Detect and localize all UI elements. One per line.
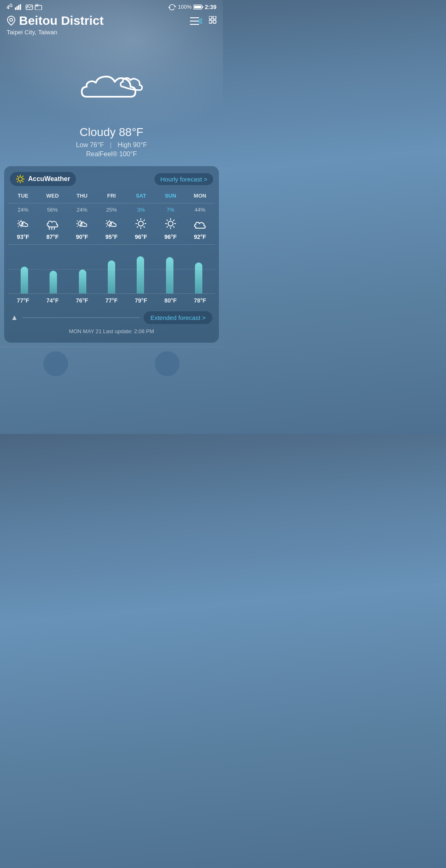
forecast-header: AccuWeather Hourly forecast > <box>8 172 215 186</box>
status-bar: 4G 100% <box>0 0 223 12</box>
triangle-icon: ▲ <box>11 313 18 322</box>
image-icon-2 <box>35 4 42 10</box>
time: 2:39 <box>205 4 216 10</box>
bar-mon <box>184 262 213 293</box>
bar-thu <box>68 269 97 293</box>
weather-icon-wed <box>38 216 67 231</box>
svg-rect-20 <box>213 16 216 19</box>
svg-point-23 <box>18 177 22 181</box>
divider: | <box>110 141 112 148</box>
high-temp-sat: 96°F <box>126 234 156 240</box>
low-temp-thu: 76°F <box>67 297 97 304</box>
bar-fri <box>97 260 126 293</box>
main-weather-icon <box>0 39 223 122</box>
bar-tue <box>10 267 39 293</box>
low-high: Low 76°F | High 90°F <box>0 141 223 149</box>
precip-wed: 56% <box>38 206 67 214</box>
svg-line-45 <box>77 221 78 222</box>
condition-temp: Cloudy 88°F <box>0 126 223 139</box>
battery-icon <box>193 4 203 10</box>
svg-line-59 <box>144 227 145 228</box>
svg-rect-3 <box>20 4 21 10</box>
precip-tue: 24% <box>8 206 38 214</box>
day-headers-row: TUEWEDTHUFRISATSUNMON <box>8 191 215 200</box>
precip-sat: 3% <box>126 206 156 214</box>
svg-rect-2 <box>18 5 19 10</box>
high-temp-fri: 95°F <box>97 234 126 240</box>
precip-thu: 24% <box>67 206 97 214</box>
day-header-wed: WED <box>38 191 67 200</box>
weather-icon-sat <box>126 216 156 231</box>
weather-icon-mon <box>185 216 215 231</box>
precip-sun: 7% <box>156 206 185 214</box>
day-header-sun: SUN <box>156 191 185 200</box>
high-temp-tue: 93°F <box>8 234 38 240</box>
menu-icon[interactable] <box>209 16 216 26</box>
pin-icon <box>7 15 16 26</box>
low-temp-sat: 79°F <box>126 297 156 304</box>
svg-line-69 <box>173 220 175 221</box>
svg-line-38 <box>49 228 50 229</box>
svg-line-51 <box>106 221 107 222</box>
bottom-item-2 <box>155 351 180 376</box>
cloud-svg <box>74 60 149 109</box>
bar-sun <box>155 257 184 293</box>
svg-line-30 <box>22 176 23 177</box>
status-right: 100% 2:39 <box>168 4 216 10</box>
svg-line-68 <box>173 227 175 228</box>
bottom-item-1 <box>43 351 68 376</box>
low-temp-row: 77°F74°F76°F77°F79°F80°F78°F <box>8 297 215 304</box>
high-temp-label: High 90°F <box>118 141 147 148</box>
high-temp-mon: 92°F <box>185 234 215 240</box>
high-temp-sun: 96°F <box>156 234 185 240</box>
svg-rect-1 <box>17 6 18 10</box>
accuweather-label: AccuWeather <box>28 175 70 183</box>
list-location-icon[interactable] <box>190 16 202 26</box>
bar-wed <box>39 271 68 293</box>
svg-line-36 <box>18 221 19 222</box>
svg-line-46 <box>77 226 78 227</box>
day-header-fri: FRI <box>97 191 126 200</box>
svg-rect-12 <box>194 6 201 8</box>
svg-rect-22 <box>213 20 216 23</box>
svg-line-70 <box>166 227 168 228</box>
high-temp-row: 93°F87°F90°F95°F96°F96°F92°F <box>8 234 215 240</box>
rotate-icon <box>168 4 176 10</box>
high-temp-wed: 87°F <box>38 234 67 240</box>
svg-rect-21 <box>209 20 212 23</box>
image-icon <box>26 4 33 10</box>
precip-row: 24%56%24%25%3%7%44% <box>8 206 215 214</box>
location-name: Beitou District <box>7 14 104 28</box>
weather-icon-tue <box>8 216 38 231</box>
svg-marker-8 <box>174 6 176 7</box>
day-header-sat: SAT <box>126 191 156 200</box>
svg-point-18 <box>200 20 202 22</box>
bar-chart <box>8 244 215 294</box>
bar-sat <box>126 256 155 293</box>
svg-line-39 <box>52 228 52 229</box>
low-temp-mon: 78°F <box>185 297 215 304</box>
svg-point-13 <box>10 19 13 21</box>
realfeel-label: RealFeel® 100°F <box>0 150 223 158</box>
extended-forecast-button[interactable]: Extended forecast > <box>144 311 212 324</box>
svg-rect-11 <box>202 6 203 8</box>
svg-line-67 <box>166 220 168 221</box>
svg-rect-19 <box>209 16 212 19</box>
svg-line-52 <box>106 226 107 227</box>
svg-line-58 <box>137 220 138 221</box>
svg-point-5 <box>27 5 28 7</box>
accuweather-sun-icon <box>16 174 25 184</box>
high-temp-thu: 90°F <box>67 234 97 240</box>
weather-icon-sun <box>156 216 185 231</box>
hourly-forecast-button[interactable]: Hourly forecast > <box>154 173 213 185</box>
day-header-mon: MON <box>185 191 215 200</box>
status-left: 4G <box>7 3 42 10</box>
svg-marker-9 <box>168 7 171 8</box>
header-actions <box>190 14 216 26</box>
location-sub: Taipei City, Taiwan <box>7 29 104 36</box>
day-header-thu: THU <box>67 191 97 200</box>
weather-icon-thu <box>67 216 97 231</box>
day-header-tue: TUE <box>8 191 38 200</box>
svg-line-29 <box>22 181 23 182</box>
svg-rect-0 <box>15 7 16 10</box>
